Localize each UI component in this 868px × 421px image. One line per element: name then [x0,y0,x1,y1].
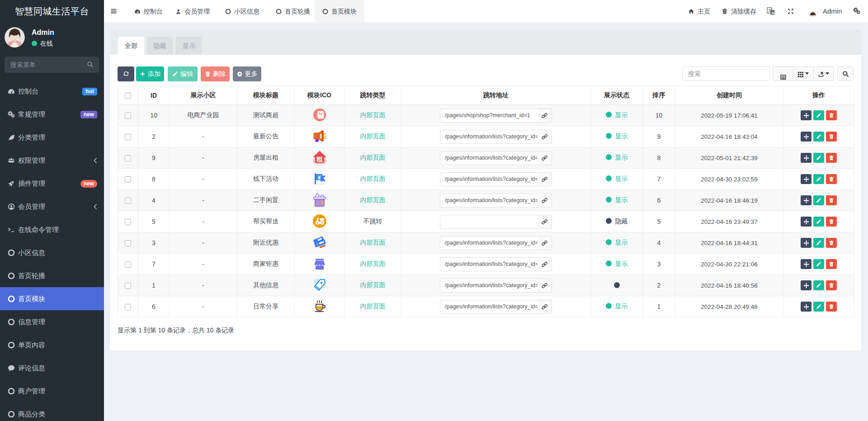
svg-text:¥: ¥ [317,174,321,181]
svg-text:租: 租 [316,155,323,162]
svg-text:手: 手 [319,200,324,205]
